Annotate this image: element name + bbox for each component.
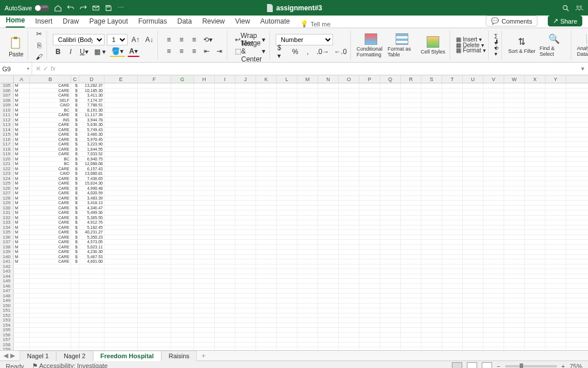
- cell[interactable]: [235, 132, 256, 137]
- cell[interactable]: [105, 128, 138, 132]
- cell[interactable]: CARE: [30, 142, 71, 147]
- cell[interactable]: [215, 245, 235, 250]
- cell[interactable]: [483, 210, 504, 215]
- cell[interactable]: [30, 304, 71, 308]
- cell[interactable]: [525, 108, 546, 113]
- cell[interactable]: [463, 304, 483, 308]
- cell[interactable]: [401, 191, 421, 195]
- cell[interactable]: [525, 152, 546, 156]
- cell[interactable]: [256, 83, 277, 88]
- cell[interactable]: [546, 250, 566, 254]
- cell[interactable]: [525, 298, 546, 303]
- cell[interactable]: [105, 83, 138, 88]
- cell[interactable]: [297, 162, 318, 166]
- cell[interactable]: [277, 147, 297, 152]
- cell[interactable]: [359, 240, 380, 244]
- cell[interactable]: [297, 323, 318, 328]
- cell[interactable]: [194, 274, 215, 279]
- cell[interactable]: [504, 142, 525, 147]
- cell[interactable]: [339, 132, 359, 137]
- cell[interactable]: [421, 323, 442, 328]
- cell[interactable]: $: [71, 255, 79, 259]
- cell[interactable]: [463, 152, 483, 156]
- cell[interactable]: [421, 313, 442, 318]
- cell[interactable]: CARE: [30, 259, 71, 264]
- cell[interactable]: [215, 304, 235, 308]
- cell[interactable]: [525, 289, 546, 293]
- cell[interactable]: [171, 177, 194, 181]
- cell[interactable]: [105, 308, 138, 313]
- cell[interactable]: [171, 250, 194, 254]
- cell[interactable]: [277, 132, 297, 137]
- column-header[interactable]: E: [105, 75, 138, 83]
- cell[interactable]: [138, 167, 171, 171]
- cell[interactable]: $: [71, 177, 79, 181]
- cell[interactable]: [421, 318, 442, 323]
- cell[interactable]: [79, 289, 105, 293]
- cell[interactable]: [297, 313, 318, 318]
- cell[interactable]: [318, 162, 339, 166]
- cell[interactable]: [483, 196, 504, 201]
- cell[interactable]: [138, 259, 171, 264]
- cell[interactable]: M: [14, 93, 30, 98]
- cell[interactable]: [442, 162, 463, 166]
- cell[interactable]: [235, 216, 256, 220]
- cell[interactable]: $: [71, 216, 79, 220]
- spreadsheet-grid[interactable]: ABCDEFGHIJKLMNOPQRSTUVWXY 105MCARE$13,28…: [0, 75, 588, 350]
- row-header[interactable]: 116: [0, 137, 14, 142]
- row-header[interactable]: 148: [0, 294, 14, 298]
- cell[interactable]: [380, 225, 401, 230]
- cell[interactable]: [171, 118, 194, 122]
- cell[interactable]: [318, 338, 339, 342]
- cell[interactable]: [297, 274, 318, 279]
- cell[interactable]: [194, 259, 215, 264]
- cell[interactable]: [194, 152, 215, 156]
- cell[interactable]: [171, 274, 194, 279]
- cell[interactable]: [297, 181, 318, 186]
- cell[interactable]: [525, 216, 546, 220]
- cell[interactable]: M: [14, 177, 30, 181]
- cell[interactable]: [442, 343, 463, 347]
- cell[interactable]: CAID: [30, 103, 71, 108]
- cell[interactable]: [463, 186, 483, 191]
- cell[interactable]: [297, 304, 318, 308]
- cell[interactable]: [442, 122, 463, 127]
- cell[interactable]: M: [14, 216, 30, 220]
- sheet-tab[interactable]: Nagel 1: [20, 351, 56, 361]
- cell[interactable]: [380, 264, 401, 269]
- cell[interactable]: $: [71, 89, 79, 93]
- column-header[interactable]: H: [194, 75, 215, 83]
- cell[interactable]: [14, 338, 30, 342]
- tab-page-layout[interactable]: Page Layout: [89, 16, 127, 28]
- cell[interactable]: [359, 132, 380, 137]
- cell[interactable]: [504, 347, 525, 350]
- cell[interactable]: CARE: [30, 167, 71, 171]
- cell[interactable]: [504, 308, 525, 313]
- cell[interactable]: [171, 323, 194, 328]
- cell[interactable]: [194, 255, 215, 259]
- row-header[interactable]: 118: [0, 147, 14, 152]
- cell[interactable]: [504, 264, 525, 269]
- cell[interactable]: [318, 347, 339, 350]
- cell[interactable]: [463, 250, 483, 254]
- cell[interactable]: [256, 103, 277, 108]
- cell[interactable]: [401, 177, 421, 181]
- cell[interactable]: [105, 89, 138, 93]
- cell[interactable]: [339, 250, 359, 254]
- cell[interactable]: [318, 240, 339, 244]
- cell[interactable]: $: [71, 157, 79, 162]
- cell[interactable]: [215, 333, 235, 338]
- cell[interactable]: [71, 269, 79, 274]
- cell[interactable]: [483, 279, 504, 283]
- cell[interactable]: [483, 225, 504, 230]
- cell[interactable]: [138, 279, 171, 283]
- cell[interactable]: CARE: [30, 201, 71, 205]
- cell[interactable]: [79, 274, 105, 279]
- cell[interactable]: [194, 318, 215, 323]
- cell[interactable]: [297, 206, 318, 210]
- cell-styles-button[interactable]: Cell Styles: [419, 30, 447, 60]
- cell[interactable]: [380, 328, 401, 332]
- cell[interactable]: [235, 167, 256, 171]
- cell[interactable]: [359, 93, 380, 98]
- cell[interactable]: [71, 284, 79, 289]
